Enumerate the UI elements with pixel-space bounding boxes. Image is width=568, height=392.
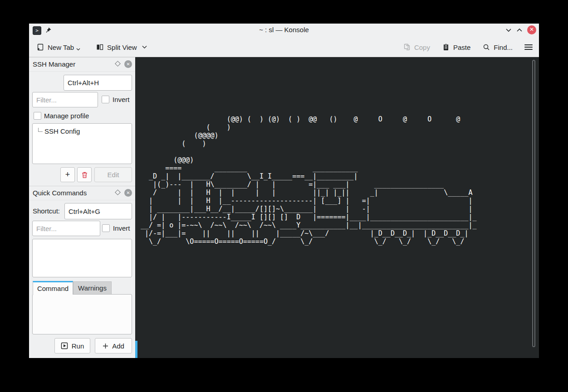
split-view-caret-icon [142,45,147,49]
focus-indicator [135,341,137,358]
tab-command[interactable]: Command [33,281,73,295]
find-icon [482,43,490,51]
manage-profile-checkbox[interactable] [34,112,41,120]
ssh-tree: SSH Config [32,123,132,164]
qc-invert-checkbox[interactable] [102,224,110,232]
split-view-button[interactable]: Split View [96,43,147,51]
titlebar[interactable]: > ~ : sl — Konsole ✕ [29,24,539,37]
close-panel-icon[interactable]: ✕ [124,60,132,68]
manage-profile-label: Manage profile [44,112,89,120]
qc-command-list[interactable] [32,239,132,277]
trash-icon [81,171,88,179]
hamburger-menu-button[interactable] [524,43,533,51]
close-button[interactable]: ✕ [527,25,536,34]
float-panel-icon[interactable] [115,61,121,67]
float-panel-icon[interactable] [115,189,121,195]
run-icon [61,342,68,349]
maximize-button[interactable] [516,28,523,32]
ssh-tree-item[interactable]: SSH Config [37,127,80,135]
new-tab-caret-icon [76,48,80,51]
new-tab-icon [36,43,44,51]
ssh-filter-input[interactable] [32,92,98,107]
window-controls: ✕ [505,25,536,34]
qc-invert-label: Invert [113,224,130,232]
copy-button[interactable]: Copy [403,43,430,51]
sidebar: SSH Manager ✕ Shortcut Invert Manage pro… [29,57,135,358]
qc-shortcut-input[interactable] [64,203,132,219]
copy-icon [403,43,411,51]
ssh-invert-label: Invert [113,96,130,103]
quick-commands-header[interactable]: Quick Commands ✕ [29,186,135,200]
terminal-view[interactable]: (@@) ( ) (@) ( ) @@ () @ O @ O @ ( ) (@@… [135,57,539,358]
sl-ascii-train: (@@) ( ) (@) ( ) @@ () @ O @ O @ ( ) (@@… [141,115,477,246]
ssh-manager-header[interactable]: SSH Manager ✕ [29,57,135,72]
paste-button[interactable]: Paste [442,43,470,51]
ssh-add-button[interactable]: + [60,167,75,182]
konsole-window: > ~ : sl — Konsole ✕ New Tab [29,24,539,358]
terminal-scrollbar[interactable] [532,60,535,347]
tab-warnings[interactable]: Warnings [73,281,112,295]
run-button[interactable]: Run [54,338,90,353]
window-title: ~ : sl — Konsole [29,26,539,34]
paste-icon [442,43,450,51]
toolbar: New Tab Split View Copy [29,37,539,57]
minimize-button[interactable] [505,28,512,32]
ssh-shortcut-input[interactable] [64,75,132,91]
ssh-invert-checkbox[interactable] [102,96,109,103]
split-view-icon [96,43,104,51]
close-panel-icon[interactable]: ✕ [124,189,132,197]
plus-icon: + [65,170,70,179]
plus-icon [103,343,108,349]
new-tab-button[interactable]: New Tab [36,43,80,51]
qc-shortcut-label: Shortcut: [33,207,60,215]
ssh-manager-title: SSH Manager [33,60,75,68]
add-button[interactable]: Add [95,338,132,353]
ssh-delete-button[interactable] [77,167,92,182]
quick-commands-title: Quick Commands [33,189,87,197]
ssh-edit-button[interactable]: Edit [94,167,132,182]
qc-command-editor[interactable] [32,294,132,334]
find-button[interactable]: Find... [482,43,513,51]
tree-branch-icon [38,128,43,132]
qc-filter-input[interactable] [32,221,100,236]
